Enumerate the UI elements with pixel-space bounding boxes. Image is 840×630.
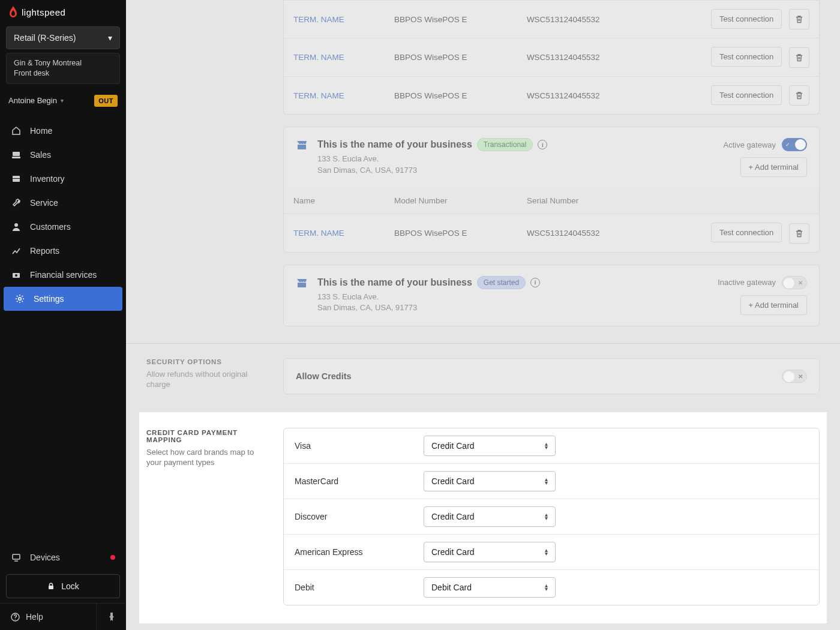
gear-icon xyxy=(14,293,25,304)
question-icon xyxy=(11,613,20,622)
info-icon[interactable]: i xyxy=(530,278,540,287)
terminal-serial: WSC513124045532 xyxy=(517,76,650,114)
location-line1: Gin & Tony Montreal xyxy=(14,58,112,68)
payment-type-select[interactable]: Credit Card ▴▾ xyxy=(424,542,556,562)
nav-service[interactable]: Service xyxy=(0,191,126,215)
lock-label: Lock xyxy=(61,581,79,591)
payment-type-select[interactable]: Debit Card ▴▾ xyxy=(424,577,556,598)
payment-type-select[interactable]: Credit Card ▴▾ xyxy=(424,471,556,491)
allow-credits-toggle[interactable]: ✕ xyxy=(782,370,807,383)
terminal-row: TERM. NAME BBPOS WisePOS E WSC5131240455… xyxy=(284,214,819,252)
terminal-name-link[interactable]: TERM. NAME xyxy=(293,229,344,238)
business-header: This is the name of your business Transa… xyxy=(284,127,819,188)
terminals-table-top: TERM. NAME BBPOS WisePOS E WSC5131240455… xyxy=(284,0,819,114)
terminal-serial: WSC513124045532 xyxy=(517,214,650,252)
mapping-row: MasterCard Credit Card ▴▾ xyxy=(284,463,819,499)
user-row: Antoine Begin ▾ OUT xyxy=(0,89,126,116)
card-brand-label: Visa xyxy=(295,441,424,451)
section-desc: Select how card brands map to your payme… xyxy=(146,447,266,468)
terminal-name-link[interactable]: TERM. NAME xyxy=(293,91,344,100)
help-button[interactable]: Help xyxy=(0,604,96,630)
address-line1: 133 S. Eucla Ave. xyxy=(317,292,708,302)
card-brand-label: Debit xyxy=(295,583,424,592)
test-connection-button[interactable]: Test connection xyxy=(711,47,782,67)
address-line2: San Dimas, CA, USA, 91773 xyxy=(317,165,714,176)
test-connection-button[interactable]: Test connection xyxy=(711,223,782,242)
terminal-row: TERM. NAME BBPOS WisePOS E WSC5131240455… xyxy=(284,38,819,76)
pin-button[interactable] xyxy=(96,604,126,630)
add-terminal-button[interactable]: + Add terminal xyxy=(740,157,807,177)
status-badge-transactional: Transactional xyxy=(477,138,533,151)
terminal-row: TERM. NAME BBPOS WisePOS E WSC5131240455… xyxy=(284,76,819,114)
nav-home[interactable]: Home xyxy=(0,119,126,143)
terminal-serial: WSC513124045532 xyxy=(517,1,650,38)
terminal-model: BBPOS WisePOS E xyxy=(385,76,517,114)
chart-icon xyxy=(11,245,22,256)
trash-icon xyxy=(795,53,803,62)
sidebar: lightspeed Retail (R-Series) ▾ Gin & Ton… xyxy=(0,0,126,630)
nav-financial[interactable]: Financial services xyxy=(0,263,126,287)
lock-button[interactable]: Lock xyxy=(6,574,120,598)
terminal-model: BBPOS WisePOS E xyxy=(385,38,517,76)
clock-status-badge[interactable]: OUT xyxy=(94,95,118,107)
allow-credits-row: Allow Credits ✕ xyxy=(284,359,819,394)
delete-button[interactable] xyxy=(789,9,809,29)
store-icon xyxy=(296,277,308,289)
chevron-down-icon: ▾ xyxy=(61,97,64,104)
select-value: Credit Card xyxy=(431,476,475,486)
terminal-model: BBPOS WisePOS E xyxy=(385,214,517,252)
svg-rect-0 xyxy=(13,152,20,156)
col-name: Name xyxy=(284,188,385,214)
wrench-icon xyxy=(11,197,22,208)
section-desc: Allow refunds without original charge xyxy=(146,369,266,390)
svg-rect-8 xyxy=(13,554,20,559)
nav-settings[interactable]: Settings xyxy=(4,287,122,311)
allow-credits-label: Allow Credits xyxy=(296,371,352,381)
nav-label: Reports xyxy=(30,246,59,256)
nav-label: Financial services xyxy=(30,270,97,280)
mapping-panel: Visa Credit Card ▴▾ MasterCard Credit Ca… xyxy=(283,428,820,605)
test-connection-button[interactable]: Test connection xyxy=(711,9,782,29)
svg-point-11 xyxy=(15,619,16,619)
svg-point-7 xyxy=(19,297,22,300)
location-line2: Front desk xyxy=(14,68,112,79)
delete-button[interactable] xyxy=(789,47,809,68)
nav-label: Customers xyxy=(30,222,71,232)
address-line1: 133 S. Eucla Ave. xyxy=(317,154,714,164)
mapping-row: American Express Credit Card ▴▾ xyxy=(284,534,819,569)
gateway-toggle[interactable]: ✓ xyxy=(782,138,807,151)
business-section-1: This is the name of your business Transa… xyxy=(126,127,840,252)
select-caret-icon: ▴▾ xyxy=(545,584,548,591)
nav-devices[interactable]: Devices xyxy=(0,545,126,569)
terminals-section-top: TERM. NAME BBPOS WisePOS E WSC5131240455… xyxy=(126,0,840,115)
lightspeed-flame-icon xyxy=(8,6,18,18)
location-block[interactable]: Gin & Tony Montreal Front desk xyxy=(6,53,120,84)
terminal-name-link[interactable]: TERM. NAME xyxy=(293,15,344,24)
nav-customers[interactable]: Customers xyxy=(0,215,126,239)
gateway-toggle[interactable]: ✕ xyxy=(782,276,807,289)
status-badge-get-started[interactable]: Get started xyxy=(477,276,526,289)
business-title: This is the name of your business xyxy=(317,139,472,150)
info-icon[interactable]: i xyxy=(538,140,547,149)
nav-reports[interactable]: Reports xyxy=(0,239,126,263)
monitor-icon xyxy=(11,552,22,563)
payment-type-select[interactable]: Credit Card ▴▾ xyxy=(424,436,556,456)
payment-type-select[interactable]: Credit Card ▴▾ xyxy=(424,506,556,527)
nav-label: Home xyxy=(30,126,52,136)
test-connection-button[interactable]: Test connection xyxy=(711,85,782,105)
add-terminal-button[interactable]: + Add terminal xyxy=(740,295,807,315)
series-selector[interactable]: Retail (R-Series) ▾ xyxy=(6,26,120,49)
nav-sales[interactable]: Sales xyxy=(0,143,126,167)
terminal-name-link[interactable]: TERM. NAME xyxy=(293,53,344,62)
nav-inventory[interactable]: Inventory xyxy=(0,167,126,191)
user-menu[interactable]: Antoine Begin ▾ xyxy=(8,96,64,105)
credit-card-mapping-section: CREDIT CARD PAYMENT MAPPING Select how c… xyxy=(139,412,827,623)
delete-button[interactable] xyxy=(789,85,809,106)
pin-icon xyxy=(108,613,115,621)
trash-icon xyxy=(795,15,803,23)
svg-rect-3 xyxy=(13,178,20,179)
nav-label: Service xyxy=(30,198,58,208)
delete-button[interactable] xyxy=(789,223,809,244)
select-caret-icon: ▴▾ xyxy=(545,442,548,449)
select-value: Debit Card xyxy=(431,583,472,592)
